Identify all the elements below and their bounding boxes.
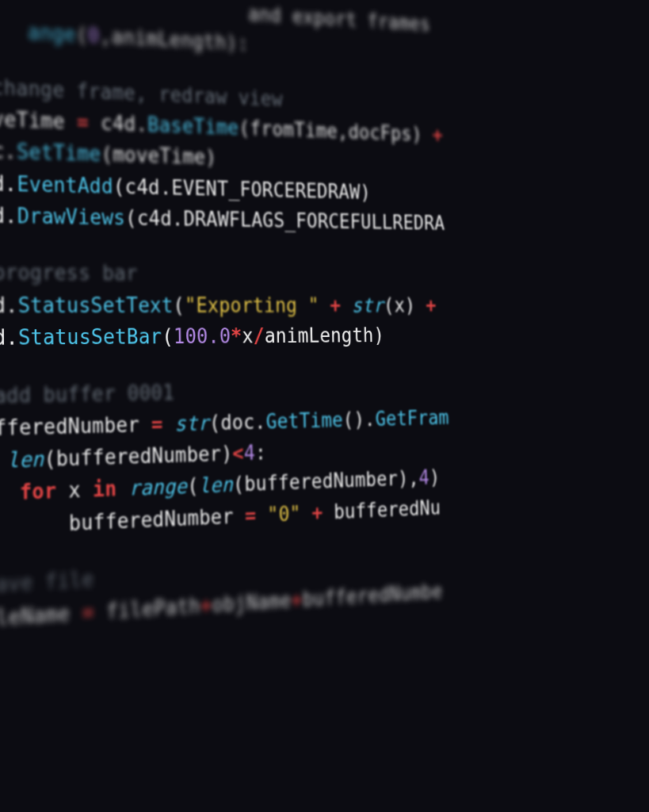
code-token: (: [173, 293, 185, 316]
code-token: len: [7, 447, 44, 473]
code-token: [116, 477, 128, 501]
code-token: StatusSetBar: [18, 325, 162, 350]
code-line[interactable]: c4d.StatusSetText("Exporting " + str(x) …: [0, 289, 649, 321]
code-token: (: [101, 143, 113, 167]
indent: [0, 481, 20, 507]
code-token: EventAdd: [17, 172, 113, 198]
code-token: doc.: [0, 138, 17, 163]
code-token: [256, 503, 268, 527]
code-token: (: [76, 23, 88, 47]
code-token: len: [199, 473, 234, 498]
code-token: str: [351, 294, 384, 316]
code-token: ):: [226, 32, 249, 56]
indent: [0, 511, 69, 539]
code-token: 4: [243, 441, 255, 465]
code-token: "0": [267, 502, 301, 527]
code-token: DrawViews: [17, 204, 126, 229]
code-token: (: [384, 294, 395, 316]
code-editor[interactable]: and export frames ange(0,animLength):# c…: [0, 0, 649, 636]
code-token: (: [187, 474, 199, 498]
code-token: +: [200, 593, 212, 618]
code-token: animLength: [111, 25, 226, 55]
code-token: (: [162, 325, 174, 349]
code-token: c4d.: [0, 293, 18, 317]
code-token: c4d.: [0, 170, 17, 196]
code-token: [300, 501, 311, 525]
code-token: [0, 448, 7, 473]
code-token: 100.0: [174, 324, 231, 348]
code-token: ): [373, 324, 384, 347]
code-token: ): [205, 146, 217, 169]
code-token: ): [221, 442, 233, 465]
code-token: ): [405, 294, 426, 316]
code-token: ),: [398, 467, 419, 490]
code-token: fromTime,docFps: [250, 117, 412, 144]
code-token: "Exporting ": [185, 293, 319, 316]
code-token: x: [56, 478, 93, 504]
code-token: ): [429, 466, 441, 489]
code-token: =: [82, 599, 94, 624]
code-token: [319, 293, 330, 316]
code-token: +: [426, 294, 437, 316]
code-token: /: [253, 324, 265, 347]
code-token: c4d.: [0, 325, 18, 350]
code-token: [341, 294, 352, 316]
code-token: =: [245, 504, 257, 527]
code-token: +: [432, 124, 443, 146]
code-token: fileName: [0, 600, 82, 631]
code-token: =: [151, 412, 163, 436]
code-token: bufferedNumbe: [302, 580, 442, 611]
code-token: x: [394, 294, 405, 316]
code-token: 0: [88, 24, 100, 48]
code-line[interactable]: # progress bar: [0, 256, 649, 291]
code-token: BaseTime: [147, 113, 239, 140]
code-token: (: [113, 174, 125, 198]
code-token: EVENT_FORCEREDRAW: [171, 176, 361, 203]
code-token: SetTime: [17, 140, 101, 166]
code-token: (: [44, 446, 56, 471]
code-token: moveTime: [113, 143, 205, 169]
code-token: in: [93, 477, 117, 502]
code-token: +: [330, 294, 341, 316]
code-token: animLength: [264, 324, 373, 347]
code-token: range: [128, 475, 187, 500]
code-token: x: [242, 324, 254, 347]
code-token: (: [209, 411, 221, 435]
code-token: objName: [212, 588, 291, 616]
code-token: c4d.: [0, 203, 17, 228]
code-token: (: [125, 206, 137, 230]
code-token: for: [20, 479, 57, 504]
code-token: ().: [343, 408, 376, 431]
code-token: ): [360, 181, 371, 203]
code-token: bufferedNumber: [244, 468, 398, 496]
code-token: (: [239, 117, 250, 140]
code-token: :: [255, 441, 267, 465]
code-token: # progress bar: [0, 260, 138, 285]
code-token: GetFram: [375, 406, 449, 430]
code-token: 4: [418, 466, 429, 489]
code-token: doc.: [220, 410, 265, 435]
code-token: ,: [100, 25, 112, 48]
code-token: *: [231, 324, 242, 347]
code-token: [0, 17, 28, 44]
code-token: #save file: [0, 567, 94, 598]
code-token: bufferedNumber: [0, 412, 151, 441]
code-token: ange: [28, 21, 76, 47]
code-token: c4d.: [124, 174, 171, 199]
code-token: bufferedNumber: [56, 442, 222, 471]
code-token: bufferedNumber: [69, 504, 245, 534]
code-token: c4d.: [89, 111, 148, 136]
code-token: StatusSetText: [18, 293, 174, 317]
code-token: +: [311, 501, 323, 525]
code-token: c4d.: [137, 206, 184, 230]
code-token: (: [233, 473, 245, 496]
code-token: <: [232, 442, 244, 465]
code-token: +: [291, 588, 303, 611]
code-token: [163, 412, 175, 435]
code-token: =: [77, 110, 89, 134]
code-token: bufferedNu: [323, 496, 441, 524]
code-token: str: [174, 412, 209, 436]
code-token: # add buffer 0001: [0, 381, 174, 408]
code-token: moveTime: [0, 106, 77, 134]
code-token: ): [411, 123, 433, 146]
